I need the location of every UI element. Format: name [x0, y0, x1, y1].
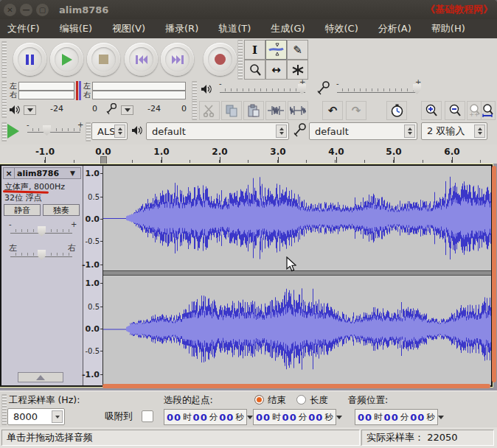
end-radio-label: 结束 [268, 394, 286, 407]
pause-button[interactable] [13, 43, 46, 76]
edit-grip[interactable] [192, 101, 197, 120]
record-meter-left-bar[interactable] [92, 82, 186, 91]
window-minimize-icon[interactable]: — [20, 4, 32, 16]
record-icon [215, 54, 226, 65]
zoom-out-button[interactable] [445, 101, 465, 120]
menu-edit[interactable]: 编辑(E) [60, 22, 92, 35]
waveform-display[interactable] [103, 166, 491, 385]
window-maximize-icon[interactable]: ▢ [36, 4, 49, 16]
speed-slider-thumb[interactable] [43, 125, 51, 136]
record-button[interactable] [204, 43, 237, 76]
menu-file[interactable]: 文件(F) [7, 22, 40, 35]
menu-view[interactable]: 视图(V) [112, 22, 145, 35]
draw-tool-button[interactable]: ✎ [287, 40, 308, 60]
horizontal-scrollbar[interactable] [102, 384, 490, 388]
timefield-dropdown-icon[interactable] [247, 416, 253, 419]
tools-grip[interactable] [237, 40, 243, 80]
playback-meter-right-bar[interactable] [18, 91, 74, 99]
project-rate-select[interactable]: 8000 [7, 408, 65, 425]
envelope-tool-button[interactable] [265, 40, 287, 60]
selbar-grip[interactable] [1, 394, 7, 425]
input-channels-select[interactable]: 2 双输入 [421, 122, 487, 140]
waveform-right-channel[interactable] [103, 276, 491, 382]
zoom-selection-button[interactable]: ++ [467, 101, 482, 120]
silence-button[interactable] [288, 101, 308, 120]
undo-button[interactable]: ↶ [322, 101, 343, 120]
output-volume-slider[interactable] [220, 92, 305, 93]
redo-icon: ↷ [352, 104, 361, 117]
stop-button[interactable] [87, 43, 120, 76]
cut-button[interactable] [199, 101, 220, 120]
menu-generate[interactable]: 生成(G) [271, 22, 305, 35]
play-at-speed-button[interactable] [7, 124, 19, 139]
channel-divider[interactable] [103, 270, 491, 276]
menu-analyze[interactable]: 分析(A) [378, 22, 411, 35]
actual-rate: 实际采样率： 22050 [366, 431, 458, 444]
host-select[interactable]: ALSA [91, 122, 128, 140]
audio-track[interactable]: × alim8786 ▼ 立体声, 8000Hz 32位 浮点 静音 独奏 - … [0, 164, 493, 387]
status-bar: 单击并拖动选择音频 实际采样率： 22050 [0, 427, 497, 448]
menu-help[interactable]: 帮助(H) [431, 22, 465, 35]
device-grip[interactable] [86, 122, 91, 141]
audio-position-field[interactable]: 00时 00分 00秒 [355, 409, 438, 425]
rate-dropdown[interactable] [52, 410, 63, 423]
track-header[interactable]: × alim8786 ▼ [3, 167, 81, 179]
waveform-left-channel[interactable] [103, 166, 491, 270]
menu-tracks[interactable]: 轨道(T) [218, 22, 251, 35]
output-device-spin[interactable] [276, 125, 287, 138]
skip-end-button[interactable] [161, 43, 194, 76]
zoom-in-button[interactable] [421, 101, 442, 120]
input-device-select[interactable]: default [309, 122, 417, 140]
vertical-scrollbar[interactable] [492, 166, 496, 382]
track-collapse-button[interactable] [18, 372, 63, 382]
pan-slider-thumb[interactable] [38, 250, 46, 260]
zoom-fit-icon [482, 104, 495, 117]
selection-start-field[interactable]: 00时 00分 00秒 [164, 409, 247, 425]
track-close-button[interactable]: × [4, 168, 15, 178]
timeline-ruler[interactable]: -1.0 0.0 1.0 2.0 3.0 4.0 5.0 6.0 [0, 144, 497, 164]
record-meter-right-bar[interactable] [92, 91, 186, 99]
input-device-spin[interactable] [404, 125, 415, 138]
redo-button[interactable]: ↷ [346, 101, 366, 120]
host-spin[interactable] [114, 125, 125, 138]
input-volume-slider[interactable] [337, 92, 418, 93]
track-menu-dropdown[interactable]: ▼ [70, 169, 80, 177]
length-radio[interactable] [296, 395, 306, 405]
copy-button[interactable] [221, 101, 242, 120]
timefield-dropdown-icon[interactable] [336, 416, 342, 419]
amp-label: 1.0 [86, 169, 100, 178]
play-button[interactable] [50, 43, 83, 76]
zoom-fit-button[interactable] [481, 101, 496, 120]
meter-grip[interactable] [1, 81, 7, 118]
playback-meter-left-bar[interactable] [18, 82, 74, 91]
output-device-select[interactable]: default [146, 122, 289, 140]
paste-button[interactable] [243, 101, 264, 120]
channels-spin[interactable] [474, 125, 485, 138]
multi-tool-button[interactable] [287, 60, 308, 80]
timefield-dropdown-icon[interactable] [438, 416, 444, 419]
ruler-minor-ticks [16, 160, 482, 163]
menu-effect[interactable]: 特效(C) [325, 22, 358, 35]
snap-to-checkbox[interactable] [142, 410, 153, 422]
end-radio[interactable] [254, 395, 264, 405]
timer-record-button[interactable] [386, 101, 407, 120]
selection-end-field[interactable]: 00时 00分 00秒 [253, 409, 336, 425]
selection-tool-button[interactable]: I [244, 40, 265, 60]
gain-slider-thumb[interactable] [38, 226, 46, 237]
speed-slider[interactable] [27, 132, 80, 133]
amplitude-ruler[interactable]: 1.0 0.5 0.0 -0.5 -1.0 1.0 0.5 0.0 -0.5 -… [83, 166, 103, 385]
title-bar[interactable]: ✕ — ▢ alim8786 《基础教程网》 [0, 0, 497, 19]
window-close-icon[interactable]: ✕ [4, 4, 16, 16]
zoom-tool-button[interactable] [244, 60, 265, 80]
solo-button[interactable]: 独奏 [43, 204, 80, 216]
trim-button[interactable] [265, 101, 286, 120]
menu-transport[interactable]: 播录(R) [165, 22, 198, 35]
record-meter-dropdown[interactable] [121, 105, 133, 115]
transport-grip[interactable] [1, 41, 7, 78]
skip-start-button[interactable] [125, 43, 158, 76]
track-control-panel[interactable]: × alim8786 ▼ 立体声, 8000Hz 32位 浮点 静音 独奏 - … [1, 166, 83, 385]
transcription-grip[interactable] [1, 122, 7, 141]
mute-button[interactable]: 静音 [4, 204, 41, 216]
playback-meter-dropdown[interactable] [24, 105, 36, 115]
timeshift-tool-button[interactable]: ↔ [265, 60, 287, 80]
